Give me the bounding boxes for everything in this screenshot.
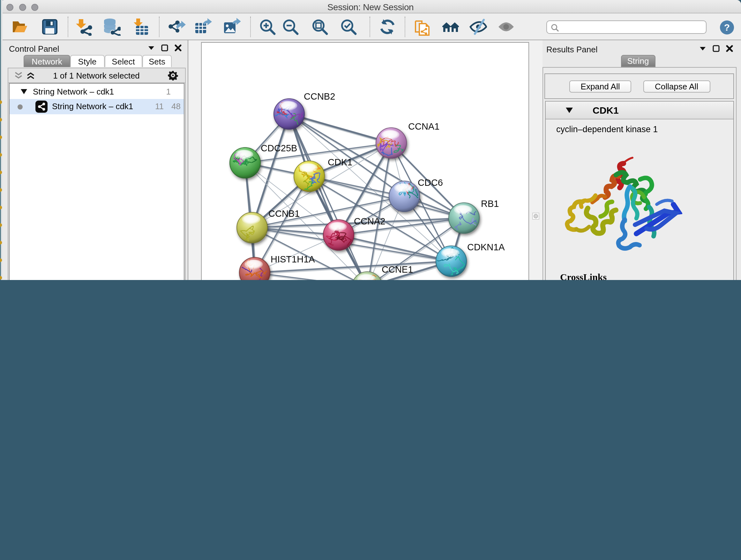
svg-text:HIST1H1A: HIST1H1A: [271, 254, 315, 264]
svg-text:CDC6: CDC6: [418, 177, 443, 187]
svg-text:?: ?: [724, 22, 730, 32]
svg-text:CCNB1: CCNB1: [268, 208, 300, 219]
svg-text:CCNA1: CCNA1: [408, 121, 440, 131]
svg-text:RB1: RB1: [481, 198, 499, 208]
svg-text:CDK1: CDK1: [328, 157, 352, 167]
svg-text:CCNA2: CCNA2: [354, 216, 385, 226]
svg-text:CDKN1A: CDKN1A: [467, 242, 505, 252]
svg-text:CDC25B: CDC25B: [261, 143, 297, 153]
svg-text:CCNE1: CCNE1: [382, 264, 413, 274]
svg-text:CCNB2: CCNB2: [304, 91, 335, 101]
